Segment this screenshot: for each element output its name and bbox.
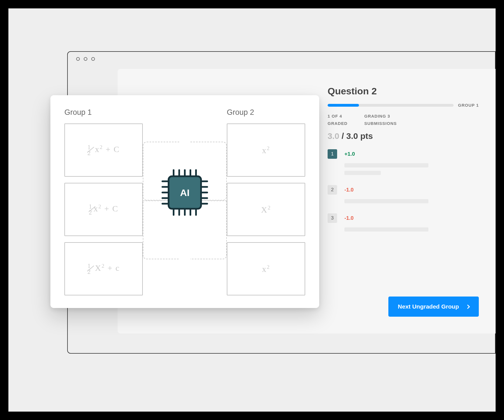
- rubric-delta: -1.0: [344, 187, 354, 193]
- rubric-number[interactable]: 2: [328, 185, 337, 195]
- handwriting: 12 X2 + c: [87, 263, 120, 275]
- progress-row: GROUP 1: [328, 103, 479, 108]
- traffic-light-icon: [84, 57, 87, 61]
- rubric-description: [328, 163, 479, 175]
- answer-thumbnail[interactable]: X2: [227, 183, 305, 236]
- placeholder-bar: [344, 199, 428, 203]
- rubric-item[interactable]: 1+1.0: [328, 149, 479, 175]
- meta-line: SUBMISSIONS: [364, 120, 397, 127]
- next-button-label: Next Ungraded Group: [398, 303, 459, 310]
- meta-grading: GRADING 3 SUBMISSIONS: [364, 113, 397, 127]
- traffic-light-icon: [91, 57, 95, 61]
- score-sep: /: [339, 131, 346, 141]
- ai-chip-icon: AI: [160, 167, 210, 218]
- rubric-list: 1+1.02-1.03-1.0: [328, 149, 479, 232]
- rubric-delta: +1.0: [344, 151, 355, 157]
- group-1-title: Group 1: [64, 108, 143, 117]
- svg-text:AI: AI: [180, 187, 190, 198]
- group-1-column: Group 1 12 x2 + C 12x2 + C 12 X2 + c: [64, 108, 143, 295]
- rubric-number[interactable]: 3: [328, 213, 337, 223]
- score-total: 3.0 pts: [346, 131, 373, 141]
- answer-thumbnail[interactable]: 12x2 + C: [64, 183, 143, 236]
- meta-line: GRADED: [328, 120, 347, 127]
- group-2-title: Group 2: [227, 108, 305, 117]
- traffic-light-icon: [76, 57, 80, 61]
- rubric-description: [328, 199, 479, 203]
- answer-thumbnail[interactable]: 12 x2 + C: [64, 123, 143, 177]
- placeholder-bar: [344, 163, 428, 167]
- placeholder-bar: [344, 171, 381, 175]
- question-title: Question 2: [328, 86, 479, 97]
- titlebar: [68, 52, 495, 66]
- answer-thumbnail[interactable]: x2: [227, 123, 305, 177]
- placeholder-bar: [344, 227, 428, 232]
- answer-thumbnail[interactable]: x2: [227, 242, 305, 295]
- rubric-item[interactable]: 2-1.0: [328, 185, 479, 203]
- stage: Question 2 GROUP 1 1 OF 4 GRADED GRADING…: [0, 0, 504, 420]
- meta-line: GRADING 3: [364, 113, 397, 120]
- groups-card: Group 1 12 x2 + C 12x2 + C 12 X2 + c: [50, 95, 319, 308]
- handwriting: x2: [262, 145, 270, 155]
- progress-track: [328, 104, 454, 107]
- handwriting: X2: [261, 205, 271, 214]
- chevron-right-icon: [466, 304, 470, 309]
- handwriting: 12 x2 + C: [87, 144, 120, 156]
- handwriting: x2: [262, 264, 270, 274]
- meta-line: 1 OF 4: [328, 113, 347, 120]
- meta-graded: 1 OF 4 GRADED: [328, 113, 347, 127]
- ai-center-column: AI: [160, 108, 210, 295]
- score-earned: 3.0: [328, 131, 339, 141]
- answer-thumbnail[interactable]: 12 X2 + c: [64, 242, 143, 295]
- rubric-delta: -1.0: [344, 215, 354, 221]
- next-ungraded-group-button[interactable]: Next Ungraded Group: [388, 297, 479, 317]
- rubric-number[interactable]: 1: [328, 149, 337, 159]
- handwriting: 12x2 + C: [89, 204, 118, 216]
- canvas: Question 2 GROUP 1 1 OF 4 GRADED GRADING…: [8, 8, 496, 412]
- rubric-description: [328, 227, 479, 232]
- group-tag: GROUP 1: [458, 103, 479, 108]
- group-2-column: Group 2 x2 X2 x2: [227, 108, 305, 295]
- meta-row: 1 OF 4 GRADED GRADING 3 SUBMISSIONS: [328, 113, 479, 127]
- score-row: 3.0 / 3.0 pts: [328, 131, 479, 141]
- rubric-item[interactable]: 3-1.0: [328, 213, 479, 232]
- progress-fill: [328, 104, 359, 107]
